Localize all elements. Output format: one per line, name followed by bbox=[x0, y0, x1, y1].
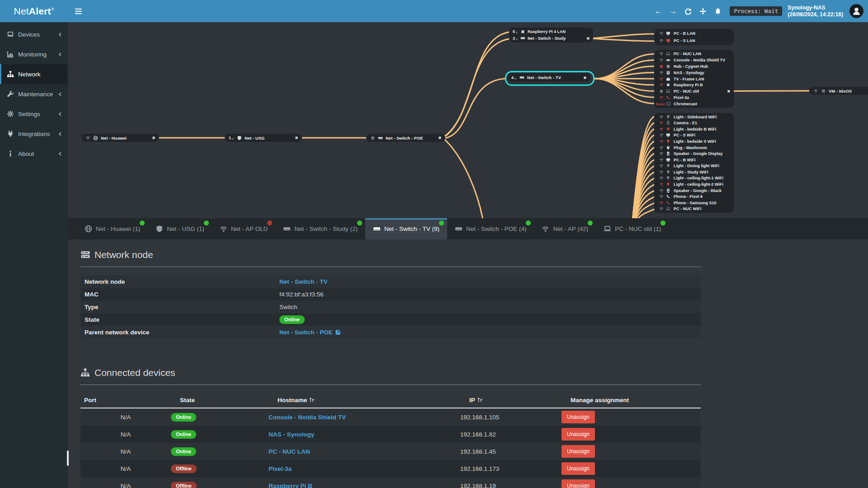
cluster-tv-devices[interactable]: PC - NUC LANConsole - Nvidia Shield TVHu… bbox=[654, 50, 734, 108]
device-row[interactable]: Plug - Washroom bbox=[654, 145, 734, 151]
tab-net-usg-1-[interactable]: Net - USG (1) bbox=[148, 218, 212, 239]
device-row[interactable]: Speaker - Google - Black bbox=[654, 188, 734, 194]
move-icon[interactable] bbox=[695, 0, 710, 22]
tab-pc-nuc-old-1-[interactable]: PC - NUC old (1) bbox=[596, 218, 669, 239]
device-row[interactable]: Light - ceiling-light-1 WiFi bbox=[654, 175, 734, 182]
device-label: Light - Study WiFi bbox=[674, 170, 708, 174]
device-row[interactable]: Speaker - Google Display bbox=[654, 150, 734, 157]
cluster-node-row[interactable]: 3Net - Switch - Study bbox=[509, 35, 593, 42]
cluster-node-row[interactable]: 5Raspberry Pi 4 LAN bbox=[509, 28, 593, 35]
device-label: PC - NUC LAN bbox=[674, 52, 701, 56]
device-row[interactable]: TV - Frame LAN bbox=[654, 76, 734, 82]
device-row[interactable]: Camera - E1 bbox=[654, 120, 734, 127]
sidebar-item-label: Network bbox=[18, 71, 41, 78]
unassign-button[interactable]: Unassign bbox=[561, 445, 595, 458]
device-row[interactable]: Phone - Pixel 6 bbox=[654, 193, 734, 200]
sort-icon[interactable] bbox=[309, 397, 315, 403]
device-row[interactable]: Console - Nvidia Shield TV bbox=[654, 57, 734, 63]
hostname-link[interactable]: PC - NUC LAN bbox=[269, 448, 310, 455]
device-row[interactable]: Hub - Cygnet Hub bbox=[654, 63, 734, 70]
device-row[interactable]: PC - B WiFi bbox=[654, 157, 734, 163]
column-header-ip[interactable]: IP bbox=[469, 397, 571, 404]
device-row[interactable]: PC - NUC old bbox=[654, 88, 734, 94]
app-logo[interactable]: NetAlertx bbox=[0, 0, 68, 22]
nav-back-button[interactable]: ← bbox=[651, 0, 665, 22]
unassign-button[interactable]: Unassign bbox=[561, 428, 595, 441]
hostname-link[interactable]: Console - Nvidia Shield TV bbox=[269, 414, 346, 421]
device-row[interactable]: NAS - Synology bbox=[654, 70, 734, 76]
device-row[interactable]: Light - ceiling-light-2 WiFi bbox=[654, 181, 734, 188]
wifi-icon bbox=[659, 194, 664, 199]
refresh-icon[interactable] bbox=[680, 0, 695, 22]
parent-node-link[interactable]: Net - Switch - POE bbox=[279, 329, 333, 336]
device-row[interactable]: Phone - Samsung S10 bbox=[654, 200, 734, 206]
node-vm[interactable]: VM - NixOS bbox=[809, 87, 868, 95]
cell-ip: 192.168.1.105 bbox=[460, 414, 561, 421]
user-avatar[interactable] bbox=[849, 4, 863, 18]
eth-icon bbox=[659, 89, 664, 94]
wifi-icon bbox=[659, 77, 664, 81]
device-label: PC - NUC old bbox=[674, 89, 699, 94]
external-link-icon[interactable] bbox=[335, 329, 341, 335]
device-row[interactable]: PC - B LAN bbox=[654, 30, 734, 37]
node-label: Raspberry Pi 4 LAN bbox=[528, 29, 566, 34]
hostname-link[interactable]: Raspberry Pi B bbox=[269, 483, 312, 488]
cluster-switch-study[interactable]: 5Raspberry Pi 4 LAN3Net - Switch - Study bbox=[509, 28, 593, 42]
device-row[interactable]: PC - NUC LAN bbox=[654, 51, 734, 57]
hostname-link[interactable]: Pixel-3a bbox=[269, 465, 292, 472]
device-row[interactable]: Raspberry Pi B bbox=[654, 82, 734, 88]
sidebar-item-monitoring[interactable]: Monitoring bbox=[0, 44, 68, 64]
sidebar-toggle[interactable] bbox=[68, 0, 89, 22]
device-label: Console - Nvidia Shield TV bbox=[674, 58, 725, 62]
device-row[interactable]: PC - NUC WiFi bbox=[654, 206, 734, 212]
sidebar-item-maintenance[interactable]: Maintenance bbox=[0, 84, 68, 104]
state-badge: Offline bbox=[171, 482, 197, 488]
node-link[interactable]: Net - Switch - TV bbox=[279, 278, 328, 285]
device-row[interactable]: PC - S WiFi bbox=[654, 132, 734, 139]
device-row[interactable]: Light - Dining light WiFi bbox=[654, 163, 734, 169]
sidebar-item-about[interactable]: About bbox=[0, 144, 68, 164]
device-row[interactable]: PC - S LAN bbox=[654, 37, 734, 44]
tab-net-switch-tv-9-[interactable]: Net - Switch - TV (9) bbox=[365, 218, 447, 239]
device-label: Speaker - Google Display bbox=[674, 151, 723, 156]
bell-icon[interactable] bbox=[710, 0, 725, 22]
sort-icon[interactable] bbox=[477, 397, 483, 403]
tab-net-huawei-1-[interactable]: Net - Huawei (1) bbox=[77, 218, 148, 239]
device-row[interactable]: Light - Study WiFi bbox=[654, 169, 734, 175]
device-row[interactable]: Light - bedside S WiFi bbox=[654, 138, 734, 145]
chevron-left-icon bbox=[58, 91, 63, 97]
cast-icon bbox=[666, 102, 670, 106]
node-huawei[interactable]: Net - Huawei bbox=[81, 134, 159, 142]
tab-net-ap-42-[interactable]: Net - AP (42) bbox=[534, 218, 596, 239]
device-label: PC - S LAN bbox=[674, 38, 695, 43]
gear-icon bbox=[7, 110, 14, 117]
cluster-ap-devices[interactable]: Light - Sideboard WiFiCamera - E1Light -… bbox=[654, 113, 734, 213]
device-row[interactable]: Light - Sideboard WiFi bbox=[654, 114, 734, 120]
device-row[interactable]: Light - bedside B WiFi bbox=[654, 126, 734, 132]
tab-net-switch-poe-4-[interactable]: Net - Switch - POE (4) bbox=[447, 218, 534, 239]
unassign-button[interactable]: Unassign bbox=[561, 479, 595, 488]
scrollbar-thumb[interactable] bbox=[67, 450, 69, 466]
tab-net-ap-old[interactable]: Net - AP OLD bbox=[212, 218, 276, 239]
unassign-button[interactable]: Unassign bbox=[561, 411, 595, 423]
node-tv[interactable]: 4Net - Switch - TV bbox=[507, 73, 590, 82]
node-poe[interactable]: Net - Switch - POE bbox=[366, 134, 445, 142]
detail-row-mac: MACf4:92:bf:a3:f3:56 bbox=[80, 288, 701, 300]
device-row[interactable]: NoneChromecast bbox=[654, 101, 734, 107]
device-row[interactable]: Pixel-3a bbox=[654, 94, 734, 101]
column-header-hostname[interactable]: Hostname bbox=[278, 397, 469, 404]
sidebar-item-integrations[interactable]: Integrations bbox=[0, 124, 68, 144]
hostname-link[interactable]: NAS - Synology bbox=[269, 431, 314, 438]
unassign-button[interactable]: Unassign bbox=[561, 462, 595, 475]
sidebar-item-network[interactable]: Network bbox=[0, 64, 68, 84]
switch-icon bbox=[455, 225, 462, 233]
sidebar-item-settings[interactable]: Settings bbox=[0, 104, 68, 124]
netalertx-app: NetAlertx ← → Process: Wait Synology-NAS… bbox=[0, 0, 868, 488]
node-tv-selected[interactable]: 4Net - Switch - TV bbox=[505, 71, 594, 86]
node-usg[interactable]: 1Net - USG bbox=[225, 134, 302, 142]
cluster-study-devices[interactable]: PC - B LANPC - S LAN bbox=[654, 29, 734, 45]
nav-forward-button[interactable]: → bbox=[665, 0, 680, 22]
tab-net-switch-study-2-[interactable]: Net - Switch - Study (2) bbox=[275, 218, 365, 239]
status-dot-green bbox=[439, 221, 444, 225]
sidebar-item-devices[interactable]: Devices bbox=[0, 24, 68, 44]
